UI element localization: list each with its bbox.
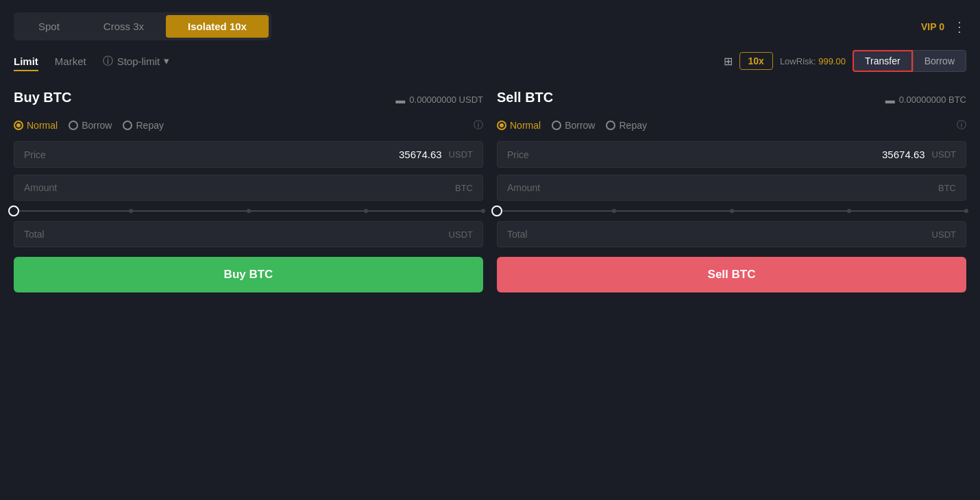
- sell-slider-tick-75: [847, 209, 851, 213]
- buy-price-label: Price: [24, 149, 46, 160]
- buy-button[interactable]: Buy BTC: [14, 257, 483, 292]
- sell-total-field[interactable]: Total USDT: [497, 221, 966, 247]
- right-controls: ⊞ 10x LowRisk: 999.00 Transfer Borrow: [724, 50, 966, 72]
- buy-radio-borrow[interactable]: Borrow: [69, 120, 112, 131]
- sell-slider-tick-100: [964, 209, 968, 213]
- buy-amount-value-group: BTC: [455, 183, 473, 193]
- trading-panels: Buy BTC ▬ 0.00000000 USDT Normal Borrow: [14, 90, 966, 292]
- sell-total-label: Total: [507, 229, 528, 240]
- order-types: Limit Market ⓘ Stop-limit ▾: [14, 53, 169, 70]
- sell-slider-tick-50: [730, 209, 734, 213]
- order-type-bar: Limit Market ⓘ Stop-limit ▾ ⊞ 10x LowRis…: [14, 50, 966, 79]
- buy-amount-unit: BTC: [455, 183, 473, 193]
- borrow-button-top[interactable]: Borrow: [913, 50, 966, 72]
- radio-circle-borrow-buy: [69, 121, 78, 130]
- info-icon: ⓘ: [103, 55, 113, 68]
- sell-price-label: Price: [507, 149, 529, 160]
- sell-info-icon: ⓘ: [957, 119, 966, 132]
- card-icon-sell: ▬: [885, 95, 895, 105]
- sell-panel-header: Sell BTC ▬ 0.00000000 BTC: [497, 90, 966, 110]
- order-type-market[interactable]: Market: [55, 53, 86, 70]
- stop-limit-label: Stop-limit: [117, 55, 160, 67]
- sell-balance: ▬ 0.00000000 BTC: [885, 95, 966, 105]
- sell-radio-group: Normal Borrow Repay ⓘ: [497, 119, 966, 132]
- sell-price-value-group: 35674.63 USDT: [882, 149, 956, 160]
- trading-tabs: Spot Cross 3x Isolated 10x: [14, 12, 271, 40]
- tab-bar: Spot Cross 3x Isolated 10x VIP 0 ⋮: [14, 12, 966, 40]
- buy-price-field[interactable]: Price 35674.63 USDT: [14, 141, 483, 168]
- sell-amount-label: Amount: [507, 182, 540, 193]
- buy-panel: Buy BTC ▬ 0.00000000 USDT Normal Borrow: [14, 90, 483, 292]
- sell-slider-track: [497, 210, 966, 212]
- buy-total-field[interactable]: Total USDT: [14, 221, 483, 247]
- sell-amount-unit: BTC: [938, 183, 956, 193]
- radio-circle-repay-buy: [123, 121, 132, 130]
- sell-total-unit: USDT: [932, 229, 956, 240]
- buy-price-number: 35674.63: [399, 149, 442, 160]
- buy-radio-normal[interactable]: Normal: [14, 120, 58, 131]
- buy-slider-handle[interactable]: [8, 205, 19, 216]
- sell-slider-tick-25: [612, 209, 616, 213]
- buy-price-value-group: 35674.63 USDT: [399, 149, 473, 160]
- sell-price-field[interactable]: Price 35674.63 USDT: [497, 141, 966, 168]
- chevron-down-icon: ▾: [164, 55, 169, 67]
- sell-panel: Sell BTC ▬ 0.00000000 BTC Normal Borrow: [497, 90, 966, 292]
- buy-balance: ▬ 0.00000000 USDT: [395, 95, 483, 105]
- sell-price-number: 35674.63: [882, 149, 925, 160]
- lowrisk-value: 999.00: [818, 56, 846, 66]
- buy-price-unit: USDT: [449, 149, 473, 160]
- buy-balance-value: 0.00000000 USDT: [409, 95, 483, 105]
- more-icon[interactable]: ⋮: [953, 18, 966, 35]
- radio-circle-normal-sell: [497, 121, 506, 130]
- lowrisk-label: LowRisk: 999.00: [780, 56, 846, 66]
- sell-slider-handle[interactable]: [491, 205, 502, 216]
- tab-cross[interactable]: Cross 3x: [82, 15, 166, 38]
- radio-circle-normal: [14, 121, 23, 130]
- buy-slider-tick-25: [129, 209, 133, 213]
- buy-slider-tick-100: [481, 209, 485, 213]
- buy-panel-title: Buy BTC: [14, 90, 71, 105]
- sell-price-unit: USDT: [932, 149, 956, 160]
- sell-panel-title: Sell BTC: [497, 90, 553, 105]
- buy-total-label: Total: [24, 229, 45, 240]
- buy-info-icon: ⓘ: [474, 119, 483, 132]
- top-right-controls: VIP 0 ⋮: [921, 18, 966, 35]
- vip-label: VIP 0: [921, 21, 944, 32]
- sell-radio-normal[interactable]: Normal: [497, 120, 541, 131]
- sell-amount-field[interactable]: Amount BTC: [497, 175, 966, 201]
- order-type-stop-limit[interactable]: ⓘ Stop-limit ▾: [103, 55, 170, 68]
- radio-circle-borrow-sell: [552, 121, 561, 130]
- buy-total-unit: USDT: [449, 229, 473, 240]
- buy-panel-header: Buy BTC ▬ 0.00000000 USDT: [14, 90, 483, 110]
- transfer-button[interactable]: Transfer: [853, 50, 913, 72]
- sell-balance-value: 0.00000000 BTC: [899, 95, 966, 105]
- card-icon-buy: ▬: [395, 95, 405, 105]
- order-type-limit[interactable]: Limit: [14, 53, 38, 70]
- transfer-borrow-group: Transfer Borrow: [853, 50, 966, 72]
- buy-slider-track: [14, 210, 483, 212]
- buy-slider-tick-75: [364, 209, 368, 213]
- sell-slider[interactable]: [497, 210, 966, 212]
- buy-amount-label: Amount: [24, 182, 57, 193]
- buy-amount-field[interactable]: Amount BTC: [14, 175, 483, 201]
- tab-spot[interactable]: Spot: [16, 15, 82, 38]
- buy-slider[interactable]: [14, 210, 483, 212]
- sell-radio-repay[interactable]: Repay: [606, 120, 646, 131]
- radio-circle-repay-sell: [606, 121, 615, 130]
- tab-isolated[interactable]: Isolated 10x: [166, 15, 269, 38]
- sell-button[interactable]: Sell BTC: [497, 257, 966, 292]
- buy-radio-group: Normal Borrow Repay ⓘ: [14, 119, 483, 132]
- sell-amount-value-group: BTC: [938, 183, 956, 193]
- buy-slider-tick-50: [247, 209, 251, 213]
- calculator-icon[interactable]: ⊞: [724, 55, 733, 68]
- leverage-button[interactable]: 10x: [739, 52, 773, 70]
- buy-radio-repay[interactable]: Repay: [123, 120, 163, 131]
- sell-radio-borrow[interactable]: Borrow: [552, 120, 595, 131]
